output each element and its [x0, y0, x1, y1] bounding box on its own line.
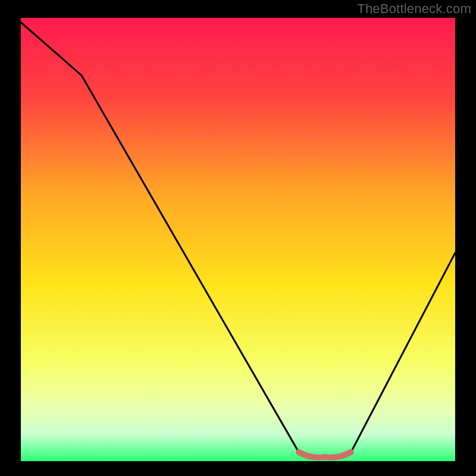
- bottleneck-chart: [0, 0, 476, 476]
- watermark-label: TheBottleneck.com: [357, 1, 471, 17]
- chart-frame: TheBottleneck.com: [0, 0, 476, 476]
